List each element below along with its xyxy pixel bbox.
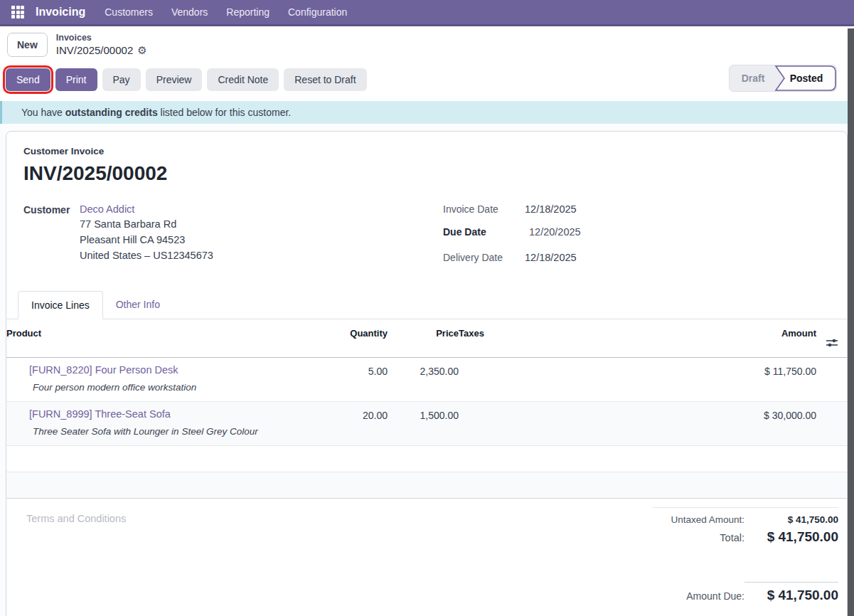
reset-to-draft-button[interactable]: Reset to Draft [284, 68, 366, 91]
delivery-date-label: Delivery Date [443, 252, 525, 263]
menu-customers[interactable]: Customers [97, 1, 161, 23]
amount-cell: $ 30,000.00 [697, 408, 816, 421]
status-draft[interactable]: Draft [742, 73, 765, 84]
customer-label: Customer [23, 203, 80, 275]
alert-text-suffix: listed below for this customer. [158, 107, 292, 118]
delivery-date-field[interactable]: 12/18/2025 [525, 252, 577, 263]
tab-invoice-lines[interactable]: Invoice Lines [18, 291, 103, 319]
breadcrumb: New Invoices INV/2025/00002 ⚙ [0, 26, 854, 61]
vertical-scrollbar[interactable] [848, 28, 854, 616]
outstanding-credits-alert: You have outstanding credits listed belo… [0, 101, 854, 124]
empty-table-row[interactable] [6, 446, 847, 472]
send-button[interactable]: Send [6, 68, 50, 91]
quantity-cell[interactable]: 20.00 [302, 408, 388, 421]
invoice-date-field[interactable]: 12/18/2025 [525, 203, 577, 215]
taxes-cell[interactable] [459, 364, 697, 366]
taxes-cell[interactable] [459, 408, 697, 410]
col-amount[interactable]: Amount [697, 319, 816, 347]
notebook-tabs: Invoice Lines Other Info [6, 290, 847, 319]
terms-and-conditions-placeholder[interactable]: Terms and Conditions [26, 507, 652, 607]
due-date-field[interactable]: 12/20/2025 [525, 226, 581, 238]
menu-vendors[interactable]: Vendors [164, 1, 215, 23]
quantity-cell[interactable]: 5.00 [302, 364, 388, 377]
preview-button[interactable]: Preview [146, 68, 203, 91]
product-description: Four person modern office workstation [29, 382, 302, 393]
pay-button[interactable]: Pay [102, 68, 141, 91]
gear-icon[interactable]: ⚙ [137, 44, 146, 58]
col-taxes[interactable]: Taxes [459, 319, 697, 347]
product-link[interactable]: [FURN_8220] Four Person Desk [29, 364, 302, 376]
customer-link[interactable]: Deco Addict [80, 203, 213, 215]
untaxed-amount-label: Untaxed Amount: [671, 514, 744, 525]
alert-text-bold: outstanding credits [65, 107, 158, 118]
menu-configuration[interactable]: Configuration [280, 1, 355, 23]
amount-due-label: Amount Due: [686, 590, 744, 602]
col-product[interactable]: Product [6, 319, 302, 347]
address-line: 77 Santa Barbara Rd [80, 217, 213, 233]
address-line: United States – US12345673 [80, 248, 213, 264]
app-title[interactable]: Invoicing [31, 6, 94, 18]
total-label: Total: [720, 532, 744, 543]
address-line: Pleasant Hill CA 94523 [80, 233, 213, 248]
action-toolbar: Send Print Pay Preview Credit Note Reset… [0, 61, 854, 100]
untaxed-amount-value: $ 41,750.00 [744, 514, 838, 525]
table-row[interactable]: [FURN_8220] Four Person Desk Four person… [6, 358, 847, 402]
due-date-label: Due Date [443, 226, 525, 238]
invoice-sheet: Customer Invoice INV/2025/00002 Customer… [6, 131, 848, 616]
customer-address: 77 Santa Barbara Rd Pleasant Hill CA 945… [80, 217, 213, 263]
status-pipeline[interactable]: Draft Posted [729, 64, 837, 95]
invoice-lines-table: Product Quantity Price Taxes Amount [FUR… [6, 319, 847, 499]
credit-note-button[interactable]: Credit Note [207, 68, 279, 91]
new-button[interactable]: New [7, 33, 48, 57]
invoice-number-title: INV/2025/00002 [23, 162, 830, 185]
col-price[interactable]: Price [388, 319, 459, 347]
form-view-background: Customer Invoice INV/2025/00002 Customer… [0, 124, 854, 616]
optional-columns-icon[interactable] [816, 319, 847, 357]
table-row[interactable]: [FURN_8999] Three-Seat Sofa Three Seater… [6, 402, 847, 446]
alert-text-prefix: You have [21, 107, 65, 118]
amount-due-value[interactable]: $ 41,750.00 [744, 582, 838, 603]
menu-reporting[interactable]: Reporting [218, 1, 277, 23]
print-button[interactable]: Print [55, 68, 97, 91]
document-type-label: Customer Invoice [23, 146, 830, 156]
tab-other-info[interactable]: Other Info [103, 291, 173, 319]
total-value: $ 41,750.00 [744, 529, 838, 545]
invoice-date-label: Invoice Date [443, 203, 525, 215]
status-posted[interactable]: Posted [790, 73, 823, 84]
product-description: Three Seater Sofa with Lounger in Steel … [29, 426, 302, 437]
col-quantity[interactable]: Quantity [302, 319, 388, 347]
top-navbar: Invoicing Customers Vendors Reporting Co… [0, 0, 854, 26]
table-header-row: Product Quantity Price Taxes Amount [6, 319, 847, 358]
price-cell[interactable]: 1,500.00 [388, 408, 459, 421]
empty-table-row[interactable] [6, 472, 847, 499]
price-cell[interactable]: 2,350.00 [388, 364, 459, 377]
totals-panel: Untaxed Amount: $ 41,750.00 Total: $ 41,… [652, 507, 838, 607]
amount-cell: $ 11,750.00 [697, 364, 816, 377]
breadcrumb-current: INV/2025/00002 [56, 44, 133, 58]
apps-grid-icon[interactable] [7, 2, 28, 22]
breadcrumb-invoices-link[interactable]: Invoices [56, 33, 147, 44]
product-link[interactable]: [FURN_8999] Three-Seat Sofa [29, 408, 302, 420]
